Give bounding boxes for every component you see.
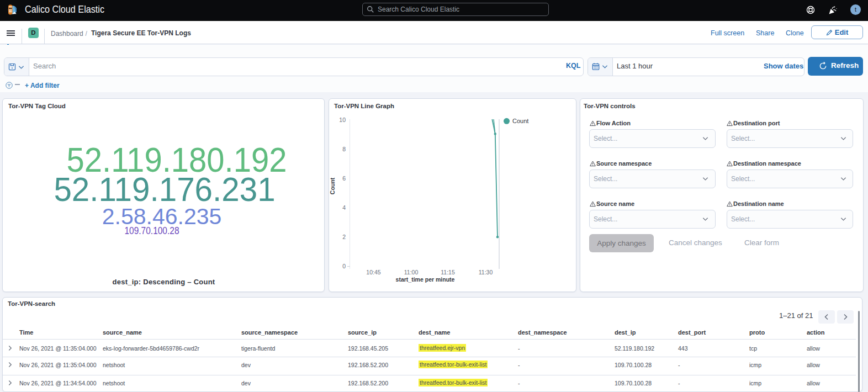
svg-text:Count: Count: [329, 177, 336, 194]
svg-text:11:30: 11:30: [479, 269, 493, 276]
svg-text:10: 10: [339, 116, 346, 123]
svg-text:8: 8: [342, 146, 346, 152]
svg-text:0: 0: [342, 263, 346, 269]
svg-text:start_time per minute: start_time per minute: [396, 276, 455, 283]
svg-text:11:15: 11:15: [441, 269, 455, 276]
svg-text:10:45: 10:45: [366, 269, 380, 276]
svg-text:6: 6: [342, 175, 346, 182]
svg-text:11:00: 11:00: [404, 269, 419, 276]
svg-text:Count: Count: [512, 118, 528, 124]
svg-text:4: 4: [342, 204, 346, 211]
svg-text:2: 2: [342, 234, 346, 240]
